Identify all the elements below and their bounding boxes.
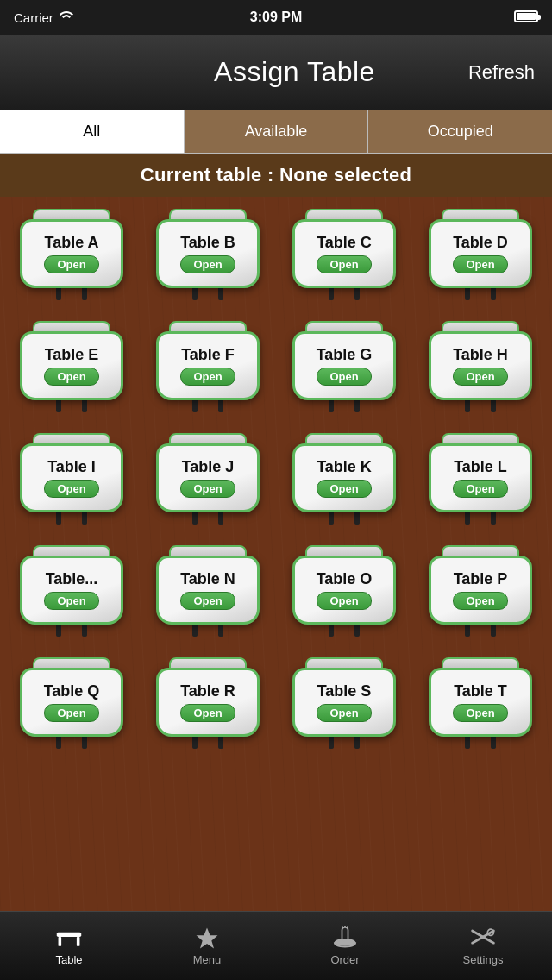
table-legs-I <box>46 511 97 525</box>
tab-menu[interactable]: Menu <box>138 912 276 980</box>
status-left: Carrier <box>14 10 74 25</box>
table-item-K[interactable]: Table K Open <box>279 430 409 535</box>
leg-right-C <box>354 286 360 300</box>
leg-left-H <box>465 399 470 412</box>
leg-right-E <box>82 399 87 412</box>
battery-container <box>514 10 538 25</box>
table-name-J: Table J <box>182 458 235 476</box>
chair-back-H <box>442 321 519 333</box>
table-item-I[interactable]: Table I Open <box>7 430 136 535</box>
current-table-text: Current table : None selected <box>141 164 411 186</box>
table-item-S[interactable]: Table S Open <box>279 654 409 759</box>
table-status-C: Open <box>317 255 371 273</box>
svg-line-5 <box>342 926 343 927</box>
table-item-T[interactable]: Table T Open <box>416 654 545 759</box>
table-name-A: Table A <box>44 234 98 252</box>
table-legs-S <box>318 735 370 749</box>
leg-left-F <box>192 399 198 412</box>
tab-occupied[interactable]: Occupied <box>368 110 552 153</box>
tab-menu-label: Menu <box>193 953 222 966</box>
tab-available[interactable]: Available <box>185 110 369 153</box>
order-icon <box>331 926 359 950</box>
leg-left-K <box>329 511 334 525</box>
table-visual-S: Table S Open <box>288 657 400 752</box>
table-grid: Table A Open Table B Open <box>0 197 552 911</box>
table-surface-J: Table J Open <box>156 443 260 512</box>
table-status-T: Open <box>453 704 507 722</box>
table-status-M: Open <box>44 592 98 610</box>
tab-settings[interactable]: Settings <box>414 912 552 980</box>
leg-left-L <box>465 511 470 525</box>
table-status-P: Open <box>453 592 507 610</box>
tab-table[interactable]: Table <box>0 912 138 980</box>
table-item-A[interactable]: Table A Open <box>7 205 136 311</box>
table-legs-J <box>182 511 234 525</box>
table-name-E: Table E <box>45 346 99 364</box>
table-item-D[interactable]: Table D Open <box>416 205 545 311</box>
table-name-Q: Table Q <box>44 682 100 700</box>
table-name-T: Table T <box>454 682 507 700</box>
table-visual-R: Table R Open <box>152 657 264 752</box>
status-time: 3:09 PM <box>250 9 302 25</box>
leg-right-I <box>82 511 87 525</box>
table-status-D: Open <box>453 255 507 273</box>
table-name-H: Table H <box>453 346 508 364</box>
table-status-H: Open <box>453 368 507 386</box>
table-item-N[interactable]: Table N Open <box>143 542 273 647</box>
table-item-F[interactable]: Table F Open <box>143 317 273 423</box>
leg-right-H <box>491 399 496 412</box>
leg-right-J <box>218 511 223 525</box>
chair-back-P <box>442 545 519 557</box>
tab-settings-label: Settings <box>463 953 504 966</box>
table-surface-S: Table S Open <box>292 668 396 737</box>
table-item-E[interactable]: Table E Open <box>7 317 136 423</box>
leg-right-F <box>218 399 223 412</box>
table-surface-G: Table G Open <box>292 331 396 400</box>
table-legs-L <box>455 511 506 525</box>
leg-left-A <box>56 286 61 300</box>
tab-all[interactable]: All <box>0 110 185 153</box>
leg-left-E <box>56 399 61 412</box>
leg-right-R <box>218 735 223 749</box>
leg-right-A <box>82 286 87 300</box>
leg-left-M <box>56 623 61 637</box>
leg-left-N <box>192 623 198 637</box>
leg-right-N <box>218 623 223 637</box>
table-item-G[interactable]: Table G Open <box>279 317 409 423</box>
leg-left-S <box>329 735 334 749</box>
leg-right-T <box>491 735 496 749</box>
leg-left-I <box>56 511 61 525</box>
table-item-R[interactable]: Table R Open <box>143 654 273 759</box>
chair-back-M <box>33 545 110 557</box>
table-item-Q[interactable]: Table Q Open <box>7 654 136 759</box>
table-item-J[interactable]: Table J Open <box>143 430 273 535</box>
tab-table-label: Table <box>55 953 82 966</box>
table-surface-K: Table K Open <box>292 443 396 512</box>
table-item-O[interactable]: Table O Open <box>279 542 409 647</box>
table-item-L[interactable]: Table L Open <box>416 430 545 535</box>
table-surface-B: Table B Open <box>156 219 260 288</box>
bottom-tab-bar: Table Menu Order Settings <box>0 911 552 980</box>
table-item-B[interactable]: Table B Open <box>143 205 273 311</box>
table-visual-H: Table H Open <box>424 321 536 416</box>
leg-left-T <box>465 735 470 749</box>
table-visual-G: Table G Open <box>288 321 400 416</box>
leg-right-D <box>491 286 496 300</box>
table-item-P[interactable]: Table P Open <box>416 542 545 647</box>
table-item-C[interactable]: Table C Open <box>279 205 409 311</box>
table-name-K: Table K <box>317 458 372 476</box>
leg-left-P <box>465 623 470 637</box>
tab-order[interactable]: Order <box>276 912 414 980</box>
refresh-button[interactable]: Refresh <box>468 61 535 84</box>
settings-icon <box>469 926 497 950</box>
table-status-N: Open <box>180 592 235 610</box>
svg-rect-0 <box>57 933 81 937</box>
svg-point-3 <box>335 939 356 946</box>
table-name-N: Table N <box>180 570 235 588</box>
table-item-M[interactable]: Table... Open <box>7 542 136 647</box>
table-status-A: Open <box>44 255 98 273</box>
leg-right-B <box>218 286 223 300</box>
table-item-H[interactable]: Table H Open <box>416 317 545 423</box>
table-legs-P <box>455 623 506 637</box>
table-name-M: Table... <box>46 570 98 588</box>
